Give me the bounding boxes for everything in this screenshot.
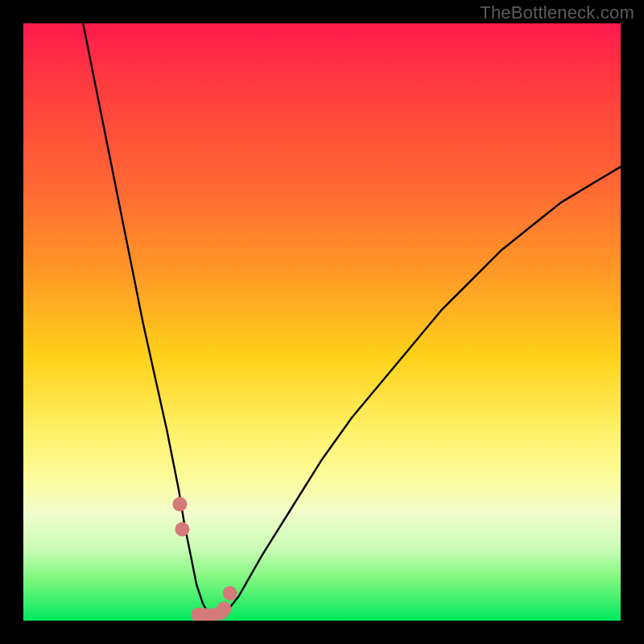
highlight-dot — [172, 497, 187, 511]
watermark-label: TheBottleneck.com — [480, 2, 634, 23]
highlight-dot — [217, 601, 231, 616]
chart-svg — [23, 23, 621, 621]
app-frame: TheBottleneck.com — [0, 0, 644, 644]
bottleneck-curve — [83, 23, 621, 619]
highlight-dot — [175, 522, 189, 537]
highlight-dot — [223, 586, 237, 601]
plot-area — [23, 23, 621, 621]
